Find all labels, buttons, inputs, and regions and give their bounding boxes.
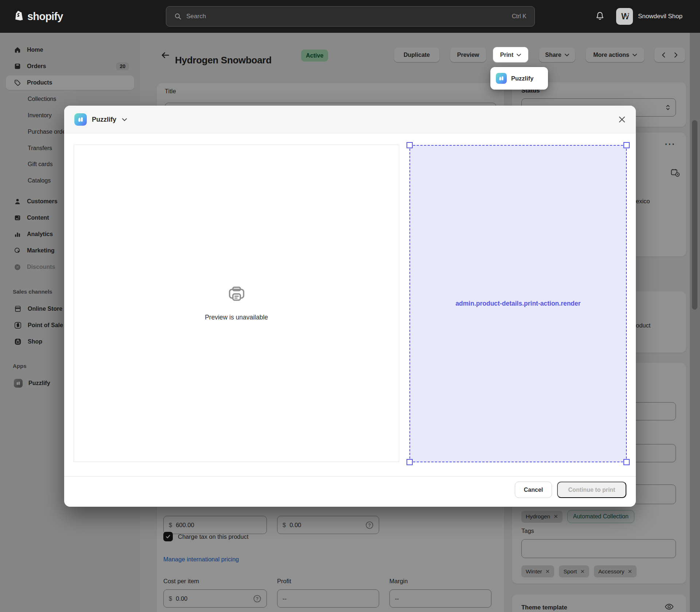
avatar[interactable]: W∕ xyxy=(616,8,633,25)
shopify-wordmark: shopify xyxy=(27,11,63,23)
notifications-button[interactable] xyxy=(595,11,605,21)
avatar-initial: W xyxy=(621,12,629,21)
preview-unavailable-message: Preview is unavailable xyxy=(205,314,268,321)
search-input[interactable]: Search Ctrl K xyxy=(166,6,535,27)
print-menu-item-puzzlify[interactable]: Puzzlify xyxy=(511,75,533,82)
print-preview-panel: Preview is unavailable xyxy=(74,145,399,462)
chevron-down-icon xyxy=(517,54,521,56)
selection-handle[interactable] xyxy=(407,459,413,465)
chevron-down-icon xyxy=(122,118,127,121)
extension-target-name: admin.product-details.print-action.rende… xyxy=(455,300,580,307)
close-button[interactable] xyxy=(618,115,626,124)
modal-footer-divider xyxy=(64,476,636,476)
shopify-logo[interactable]: shopify xyxy=(13,0,63,33)
topbar: shopify Search Ctrl K W∕ Snowdevil Shop xyxy=(0,0,700,33)
shop-name[interactable]: Snowdevil Shop xyxy=(638,0,682,33)
avatar-slash-mark: ∕ xyxy=(627,12,628,21)
cancel-button[interactable]: Cancel xyxy=(515,482,552,498)
shopify-bag-icon xyxy=(13,10,25,23)
puzzlify-app-icon xyxy=(496,73,507,84)
puzzlify-app-icon xyxy=(74,113,87,126)
search-icon xyxy=(174,13,182,20)
modal-title: Puzzlify xyxy=(92,116,116,123)
print-button[interactable]: Print xyxy=(493,47,528,63)
modal-header: Puzzlify xyxy=(64,106,636,133)
search-placeholder: Search xyxy=(186,13,512,20)
continue-to-print-button[interactable]: Continue to print xyxy=(557,482,626,498)
printer-icon xyxy=(228,285,246,303)
print-menu-popover: Puzzlify xyxy=(490,67,548,90)
selection-handle[interactable] xyxy=(623,142,630,148)
extension-target-selection[interactable]: admin.product-details.print-action.rende… xyxy=(409,145,627,462)
shopify-admin-screen: Home Orders 20 Products Collections Inve… xyxy=(0,0,700,612)
modal-app-switcher[interactable]: Puzzlify xyxy=(74,113,127,126)
selection-handle[interactable] xyxy=(407,142,413,148)
search-shortcut: Ctrl K xyxy=(512,13,526,20)
puzzlify-print-modal: Puzzlify Preview is unavailable admin.pr… xyxy=(64,106,636,507)
bell-icon xyxy=(595,11,605,21)
print-label: Print xyxy=(500,52,513,58)
selection-handle[interactable] xyxy=(623,459,630,465)
close-icon xyxy=(618,115,626,124)
